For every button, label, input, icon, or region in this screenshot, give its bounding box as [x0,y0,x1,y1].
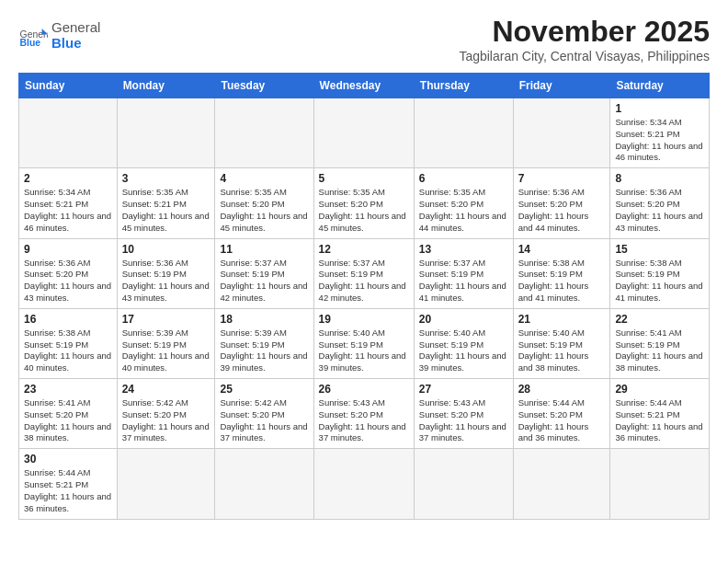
weekday-header-saturday: Saturday [610,74,710,98]
day-info: Sunrise: 5:36 AMSunset: 5:20 PMDaylight:… [615,187,704,234]
day-number: 6 [419,172,508,185]
logo: General Blue General Blue [18,20,100,51]
calendar-cell [414,98,513,168]
day-info: Sunrise: 5:44 AMSunset: 5:20 PMDaylight:… [518,397,606,444]
weekday-header-monday: Monday [117,74,215,98]
weekday-header-thursday: Thursday [414,74,513,98]
day-number: 12 [319,243,409,256]
logo-text: General Blue [51,20,100,51]
calendar-week-3: 9Sunrise: 5:36 AMSunset: 5:20 PMDaylight… [19,238,710,308]
calendar-cell: 27Sunrise: 5:43 AMSunset: 5:20 PMDayligh… [414,379,513,449]
calendar-cell: 16Sunrise: 5:38 AMSunset: 5:19 PMDayligh… [19,308,118,378]
calendar-cell: 19Sunrise: 5:40 AMSunset: 5:19 PMDayligh… [313,308,414,378]
calendar-cell [414,449,513,519]
calendar-cell: 9Sunrise: 5:36 AMSunset: 5:20 PMDaylight… [19,238,118,308]
day-number: 26 [319,383,409,396]
day-info: Sunrise: 5:43 AMSunset: 5:20 PMDaylight:… [419,397,508,444]
calendar-cell: 23Sunrise: 5:41 AMSunset: 5:20 PMDayligh… [19,379,118,449]
day-info: Sunrise: 5:39 AMSunset: 5:19 PMDaylight:… [122,327,210,374]
day-info: Sunrise: 5:36 AMSunset: 5:19 PMDaylight:… [122,258,210,304]
day-info: Sunrise: 5:40 AMSunset: 5:19 PMDaylight:… [518,327,606,374]
calendar-cell [513,449,610,519]
day-info: Sunrise: 5:43 AMSunset: 5:20 PMDaylight:… [319,397,409,444]
day-info: Sunrise: 5:36 AMSunset: 5:20 PMDaylight:… [24,258,112,304]
calendar-cell: 20Sunrise: 5:40 AMSunset: 5:19 PMDayligh… [414,308,513,378]
calendar-table: SundayMondayTuesdayWednesdayThursdayFrid… [18,73,710,520]
title-block: November 2025 Tagbilaran City, Central V… [459,15,710,63]
svg-text:Blue: Blue [20,38,41,48]
day-info: Sunrise: 5:38 AMSunset: 5:19 PMDaylight:… [24,327,112,374]
day-info: Sunrise: 5:42 AMSunset: 5:20 PMDaylight:… [122,397,210,444]
day-info: Sunrise: 5:39 AMSunset: 5:19 PMDaylight:… [220,327,308,374]
day-info: Sunrise: 5:38 AMSunset: 5:19 PMDaylight:… [518,258,606,304]
day-number: 24 [122,383,210,396]
calendar-cell: 13Sunrise: 5:37 AMSunset: 5:19 PMDayligh… [414,238,513,308]
day-number: 17 [122,313,210,326]
calendar-cell: 5Sunrise: 5:35 AMSunset: 5:20 PMDaylight… [313,168,414,238]
calendar-cell: 1Sunrise: 5:34 AMSunset: 5:21 PMDaylight… [610,98,710,168]
day-number: 10 [122,243,210,256]
day-info: Sunrise: 5:35 AMSunset: 5:20 PMDaylight:… [419,187,508,234]
calendar-cell: 18Sunrise: 5:39 AMSunset: 5:19 PMDayligh… [215,308,313,378]
day-info: Sunrise: 5:34 AMSunset: 5:21 PMDaylight:… [24,187,112,234]
day-number: 4 [220,172,308,185]
day-number: 8 [615,172,704,185]
calendar-cell [215,98,313,168]
day-number: 1 [615,102,704,115]
day-info: Sunrise: 5:40 AMSunset: 5:19 PMDaylight:… [319,327,409,374]
calendar-week-1: 1Sunrise: 5:34 AMSunset: 5:21 PMDaylight… [19,98,710,168]
weekday-header-tuesday: Tuesday [215,74,313,98]
day-info: Sunrise: 5:41 AMSunset: 5:20 PMDaylight:… [24,397,112,444]
calendar-cell: 26Sunrise: 5:43 AMSunset: 5:20 PMDayligh… [313,379,414,449]
day-info: Sunrise: 5:44 AMSunset: 5:21 PMDaylight:… [24,467,112,514]
calendar-cell: 12Sunrise: 5:37 AMSunset: 5:19 PMDayligh… [313,238,414,308]
calendar-cell: 17Sunrise: 5:39 AMSunset: 5:19 PMDayligh… [117,308,215,378]
calendar-week-5: 23Sunrise: 5:41 AMSunset: 5:20 PMDayligh… [19,379,710,449]
weekday-header-friday: Friday [513,74,610,98]
calendar-cell: 22Sunrise: 5:41 AMSunset: 5:19 PMDayligh… [610,308,710,378]
calendar-week-4: 16Sunrise: 5:38 AMSunset: 5:19 PMDayligh… [19,308,710,378]
day-number: 22 [615,313,704,326]
weekday-header-wednesday: Wednesday [313,74,414,98]
day-number: 11 [220,243,308,256]
day-number: 30 [24,453,112,465]
day-info: Sunrise: 5:42 AMSunset: 5:20 PMDaylight:… [220,397,308,444]
calendar-cell [117,449,215,519]
calendar-cell: 28Sunrise: 5:44 AMSunset: 5:20 PMDayligh… [513,379,610,449]
day-number: 25 [220,383,308,396]
calendar-cell [513,98,610,168]
calendar-week-6: 30Sunrise: 5:44 AMSunset: 5:21 PMDayligh… [19,449,710,519]
day-number: 28 [518,383,606,396]
day-number: 15 [615,243,704,256]
calendar-cell: 7Sunrise: 5:36 AMSunset: 5:20 PMDaylight… [513,168,610,238]
day-info: Sunrise: 5:37 AMSunset: 5:19 PMDaylight:… [319,258,409,304]
day-number: 27 [419,383,508,396]
calendar-cell: 21Sunrise: 5:40 AMSunset: 5:19 PMDayligh… [513,308,610,378]
day-number: 19 [319,313,409,326]
calendar-cell: 4Sunrise: 5:35 AMSunset: 5:20 PMDaylight… [215,168,313,238]
day-info: Sunrise: 5:40 AMSunset: 5:19 PMDaylight:… [419,327,508,374]
calendar-cell: 15Sunrise: 5:38 AMSunset: 5:19 PMDayligh… [610,238,710,308]
day-number: 7 [518,172,606,185]
page-header: General Blue General Blue November 2025 … [18,15,710,63]
day-number: 29 [615,383,704,396]
logo-general: General [51,20,100,36]
day-number: 13 [419,243,508,256]
day-info: Sunrise: 5:36 AMSunset: 5:20 PMDaylight:… [518,187,606,234]
calendar-cell [610,449,710,519]
day-number: 23 [24,383,112,396]
day-number: 20 [419,313,508,326]
calendar-cell: 2Sunrise: 5:34 AMSunset: 5:21 PMDaylight… [19,168,118,238]
location-subtitle: Tagbilaran City, Central Visayas, Philip… [459,49,710,63]
day-info: Sunrise: 5:35 AMSunset: 5:21 PMDaylight:… [122,187,210,234]
day-info: Sunrise: 5:44 AMSunset: 5:21 PMDaylight:… [615,397,704,444]
weekday-header-row: SundayMondayTuesdayWednesdayThursdayFrid… [19,74,710,98]
day-info: Sunrise: 5:37 AMSunset: 5:19 PMDaylight:… [220,258,308,304]
calendar-cell: 11Sunrise: 5:37 AMSunset: 5:19 PMDayligh… [215,238,313,308]
day-number: 18 [220,313,308,326]
day-number: 3 [122,172,210,185]
day-info: Sunrise: 5:35 AMSunset: 5:20 PMDaylight:… [220,187,308,234]
calendar-cell: 10Sunrise: 5:36 AMSunset: 5:19 PMDayligh… [117,238,215,308]
logo-blue: Blue [51,36,100,52]
calendar-cell [19,98,118,168]
